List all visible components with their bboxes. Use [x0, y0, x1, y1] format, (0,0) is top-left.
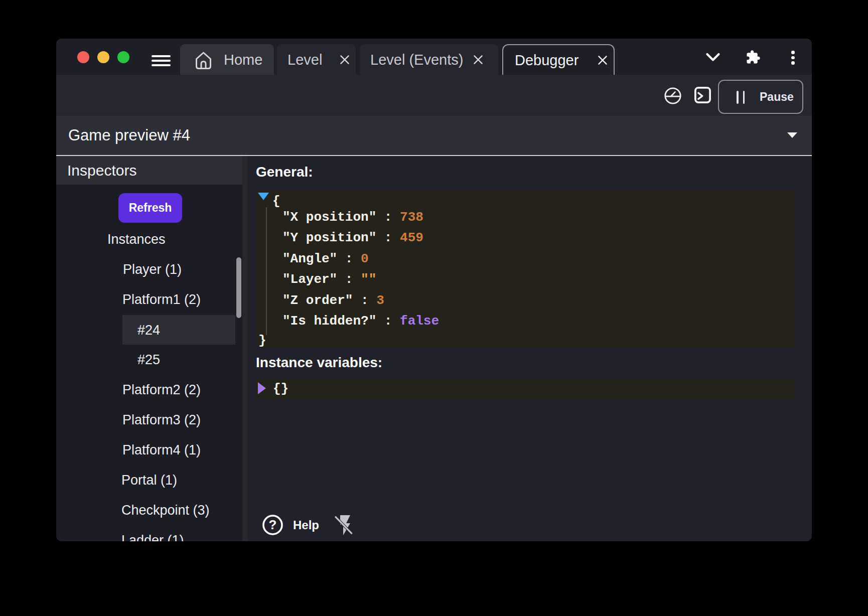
svg-text:?: ?	[269, 517, 277, 532]
